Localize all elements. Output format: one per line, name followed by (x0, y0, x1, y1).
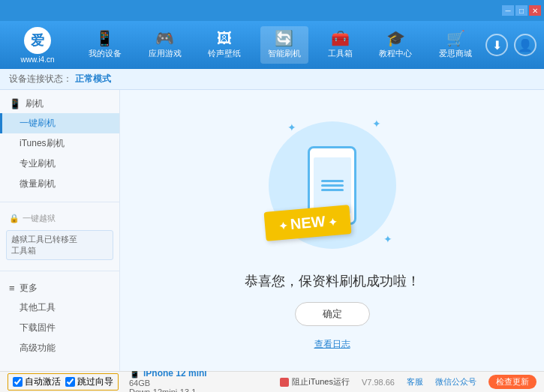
sidebar-item-other-tools[interactable]: 其他工具 (0, 298, 119, 318)
nav-item-apps[interactable]: 🎮 应用游戏 (141, 26, 189, 64)
screen-line-2 (321, 184, 344, 187)
sidebar: 📱 刷机 一键刷机 iTunes刷机 专业刷机 微量刷机 🔒 一键越狱 越狱工具… (0, 90, 120, 371)
status-bar: 设备连接状态： 正常模式 (0, 69, 544, 90)
apps-label: 应用游戏 (149, 48, 182, 59)
title-bar: ─ □ ✕ (0, 0, 544, 21)
close-button[interactable]: ✕ (529, 5, 541, 16)
stop-itunes-label: 阻止iTunes运行 (292, 376, 350, 388)
store-icon: 🛒 (446, 31, 465, 46)
screen-line-1 (321, 180, 344, 182)
help-link[interactable]: 查看日志 (314, 338, 350, 351)
confirm-button[interactable]: 确定 (295, 302, 370, 326)
sidebar-section-jailbreak: 🔒 一键越狱 越狱工具已转移至工具箱 (0, 205, 119, 268)
auto-launch-checkbox[interactable]: 自动激活 (13, 376, 61, 388)
more-label: 更多 (20, 282, 38, 295)
status-label: 设备连接状态： (9, 73, 72, 85)
store-label: 爱思商城 (439, 48, 472, 59)
stop-itunes-button[interactable]: 阻止iTunes运行 (280, 376, 350, 388)
nav-right-controls: ⬇ 👤 (485, 34, 536, 56)
nav-menu: 📱 我的设备 🎮 应用游戏 🖼 铃声壁纸 🔄 智能刷机 🧰 工具箱 🎓 教程中心… (75, 26, 485, 64)
bottom-right: 阻止iTunes运行 V7.98.66 客服 微信公众号 检查更新 (280, 375, 536, 389)
maximize-button[interactable]: □ (515, 5, 527, 16)
status-value: 正常模式 (75, 73, 111, 85)
apps-icon: 🎮 (155, 31, 174, 46)
sidebar-item-advanced[interactable]: 高级功能 (0, 338, 119, 358)
auto-launch-input[interactable] (13, 377, 23, 387)
nav-item-tools[interactable]: 🧰 工具箱 (320, 26, 360, 64)
sidebar-more-title: ≡ 更多 (0, 279, 119, 298)
success-message: 恭喜您，保资料刷机成功啦！ (245, 272, 420, 290)
sidebar-jailbreak-title: 🔒 一键越狱 (0, 210, 119, 227)
auto-launch-label: 自动激活 (25, 376, 61, 388)
skip-wizard-input[interactable] (65, 377, 75, 387)
wechat-public-link[interactable]: 微信公众号 (435, 376, 476, 388)
main-area: 📱 刷机 一键刷机 iTunes刷机 专业刷机 微量刷机 🔒 一键越狱 越狱工具… (0, 90, 544, 371)
sidebar-section-title-flash: 📱 刷机 (0, 94, 119, 113)
download-button[interactable]: ⬇ (485, 34, 508, 56)
logo-icon: 爱 (24, 27, 51, 54)
minimize-button[interactable]: ─ (502, 5, 514, 16)
nav-item-tutorials[interactable]: 🎓 教程中心 (371, 26, 419, 64)
wallpaper-icon: 🖼 (217, 31, 232, 46)
illustration: ✦ ✦ ✦ NEW (257, 110, 407, 260)
bottom-bar: 自动激活 跳过向导 📱 iPhone 12 mini 64GB Down-12m… (0, 371, 544, 392)
sparkle-2: ✦ (372, 118, 381, 130)
tools-icon: 🧰 (331, 31, 350, 46)
flash-section-icon: 📱 (9, 98, 21, 109)
sparkle-3: ✦ (383, 233, 392, 245)
bottom-left: 自动激活 跳过向导 📱 iPhone 12 mini 64GB Down-12m… (8, 368, 207, 393)
check-update-button[interactable]: 检查更新 (488, 375, 536, 389)
sidebar-section-more: ≡ 更多 其他工具 下载固件 高级功能 (0, 274, 119, 363)
tutorials-icon: 🎓 (386, 31, 405, 46)
my-device-label: 我的设备 (89, 48, 122, 59)
smart-flash-label: 智能刷机 (268, 48, 301, 59)
sidebar-divider-1 (0, 202, 119, 202)
skip-wizard-label: 跳过向导 (77, 376, 113, 388)
window-controls: ─ □ ✕ (502, 5, 541, 16)
lock-icon: 🔒 (9, 214, 20, 223)
logo: 爱 www.i4.cn (8, 27, 68, 64)
screen-line-3 (321, 189, 344, 191)
content-area: ✦ ✦ ✦ NEW 恭喜您，保资料刷机成功啦！ 确定 查看日志 (120, 90, 544, 371)
nav-item-store[interactable]: 🛒 爱思商城 (431, 26, 479, 64)
jailbreak-label: 一键越狱 (23, 213, 56, 224)
skip-wizard-checkbox[interactable]: 跳过向导 (65, 376, 113, 388)
sidebar-item-micro-flash[interactable]: 微量刷机 (0, 174, 119, 194)
sidebar-item-itunes-flash[interactable]: iTunes刷机 (0, 133, 119, 154)
tools-label: 工具箱 (328, 48, 353, 59)
sidebar-divider-2 (0, 271, 119, 271)
stop-icon (280, 378, 289, 387)
sidebar-item-download-firmware[interactable]: 下载固件 (0, 318, 119, 338)
flash-section-label: 刷机 (26, 97, 44, 110)
device-firmware: Down-12mini-13,1 (129, 388, 207, 393)
nav-item-smart-flash[interactable]: 🔄 智能刷机 (260, 26, 308, 64)
sidebar-jailbreak-note: 越狱工具已转移至工具箱 (6, 230, 113, 260)
version-text: V7.98.66 (362, 378, 395, 387)
tutorials-label: 教程中心 (379, 48, 412, 59)
nav-item-my-device[interactable]: 📱 我的设备 (81, 26, 129, 64)
smart-flash-icon: 🔄 (275, 31, 293, 46)
my-device-icon: 📱 (95, 31, 114, 46)
sidebar-item-one-click-flash[interactable]: 一键刷机 (0, 113, 119, 133)
more-icon: ≡ (9, 283, 15, 294)
sidebar-section-flash: 📱 刷机 一键刷机 iTunes刷机 专业刷机 微量刷机 (0, 90, 119, 199)
jailbreak-note-text: 越狱工具已转移至工具箱 (11, 235, 77, 255)
account-button[interactable]: 👤 (514, 34, 536, 56)
nav-item-wallpaper[interactable]: 🖼 铃声壁纸 (200, 26, 248, 64)
wallpaper-label: 铃声壁纸 (208, 48, 241, 59)
sidebar-item-pro-flash[interactable]: 专业刷机 (0, 154, 119, 174)
logo-subtitle: www.i4.cn (20, 55, 54, 64)
sparkle-1: ✦ (287, 121, 296, 133)
header: 爱 www.i4.cn 📱 我的设备 🎮 应用游戏 🖼 铃声壁纸 🔄 智能刷机 … (0, 21, 544, 69)
customer-service-link[interactable]: 客服 (407, 376, 423, 388)
device-storage: 64GB (129, 379, 207, 388)
